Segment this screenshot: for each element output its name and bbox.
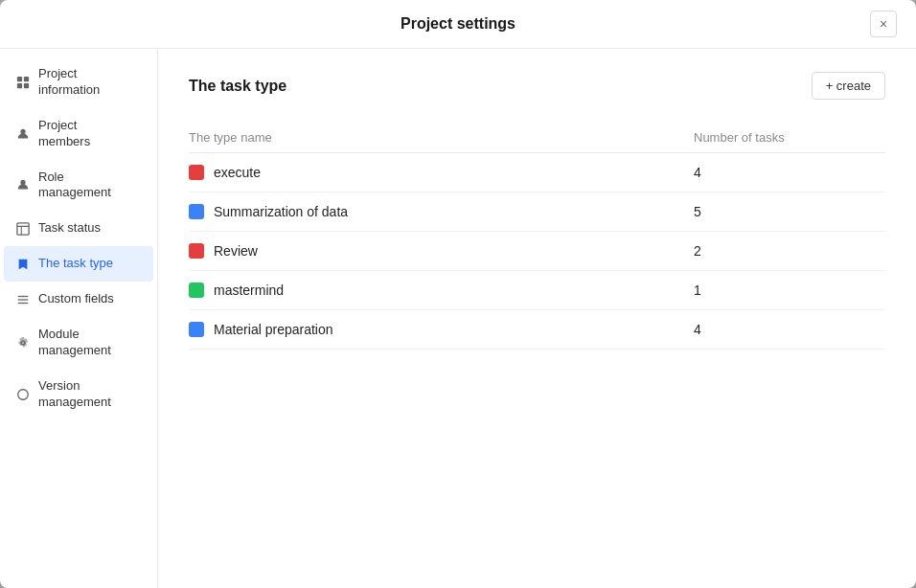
- sidebar: Project informationProject membersRole m…: [0, 49, 158, 588]
- type-color-indicator: [189, 243, 204, 259]
- gear-icon: [15, 335, 31, 351]
- sidebar-item-label-module-management: Module management: [38, 327, 111, 359]
- svg-rect-3: [24, 83, 29, 88]
- type-name: mastermind: [214, 283, 284, 298]
- col-name-header: The type name: [189, 130, 694, 145]
- row-task-count: 4: [694, 165, 885, 180]
- sidebar-item-label-custom-fields: Custom fields: [38, 291, 114, 307]
- svg-point-12: [18, 389, 29, 399]
- list-icon: [15, 292, 31, 307]
- sidebar-item-label-project-information: Project information: [38, 66, 100, 99]
- sidebar-item-task-status[interactable]: Task status: [0, 211, 157, 246]
- row-task-count: 5: [694, 204, 885, 219]
- person-icon: [15, 126, 31, 142]
- type-name: Review: [214, 243, 258, 259]
- row-task-count: 1: [694, 283, 885, 298]
- modal-backdrop: Project settings × Project informationPr…: [0, 0, 916, 588]
- col-tasks-header: Number of tasks: [694, 130, 885, 145]
- table-row[interactable]: execute4: [189, 153, 885, 192]
- svg-rect-0: [17, 77, 22, 81]
- table-icon: [15, 221, 31, 237]
- row-name: Review: [189, 243, 694, 259]
- table-row[interactable]: Summarization of data5: [189, 192, 885, 232]
- sidebar-item-role-management[interactable]: Role management: [0, 160, 157, 212]
- task-type-table: The type name Number of tasks execute4Su…: [189, 123, 885, 350]
- row-name: execute: [189, 165, 694, 180]
- table-row[interactable]: Material preparation4: [189, 310, 885, 350]
- type-color-indicator: [189, 204, 204, 219]
- type-color-indicator: [189, 165, 204, 180]
- create-button[interactable]: + create: [812, 72, 885, 100]
- content-title: The task type: [189, 78, 286, 95]
- row-task-count: 4: [694, 322, 885, 337]
- content-header: The task type + create: [189, 72, 885, 100]
- sidebar-item-label-task-status: Task status: [38, 220, 101, 237]
- table-header: The type name Number of tasks: [189, 123, 885, 153]
- sidebar-item-label-version-management: Version management: [38, 378, 111, 411]
- table-rows-container: execute4Summarization of data5Review2mas…: [189, 153, 885, 350]
- modal-title: Project settings: [401, 15, 515, 33]
- sidebar-item-the-task-type[interactable]: The task type: [4, 246, 153, 282]
- sidebar-item-custom-fields[interactable]: Custom fields: [0, 282, 157, 317]
- sidebar-item-module-management[interactable]: Module management: [0, 317, 157, 369]
- modal: Project settings × Project informationPr…: [0, 0, 916, 588]
- sidebar-item-project-members[interactable]: Project members: [0, 108, 157, 160]
- svg-rect-2: [17, 83, 22, 88]
- table-row[interactable]: Review2: [189, 232, 885, 271]
- row-name: Summarization of data: [189, 204, 694, 219]
- type-name: Summarization of data: [214, 204, 348, 219]
- row-name: mastermind: [189, 283, 694, 298]
- sidebar-item-label-project-members: Project members: [38, 118, 90, 150]
- modal-header: Project settings ×: [0, 0, 916, 49]
- svg-rect-6: [17, 223, 29, 235]
- main-content: The task type + create The type name Num…: [158, 49, 916, 588]
- sidebar-item-project-information[interactable]: Project information: [0, 57, 157, 108]
- circle-icon: [15, 387, 31, 402]
- sidebar-item-label-the-task-type: The task type: [38, 256, 113, 272]
- type-name: execute: [214, 165, 261, 180]
- type-color-indicator: [189, 322, 204, 337]
- bookmark-icon: [15, 257, 31, 272]
- table-row[interactable]: mastermind1: [189, 271, 885, 310]
- row-name: Material preparation: [189, 322, 694, 337]
- type-color-indicator: [189, 283, 204, 298]
- svg-rect-1: [24, 77, 29, 81]
- close-button[interactable]: ×: [870, 11, 897, 37]
- sidebar-item-version-management[interactable]: Version management: [0, 369, 157, 420]
- modal-body: Project informationProject membersRole m…: [0, 49, 916, 588]
- sidebar-item-label-role-management: Role management: [38, 170, 111, 202]
- type-name: Material preparation: [214, 322, 333, 337]
- row-task-count: 2: [694, 243, 885, 259]
- grid-icon: [15, 75, 31, 90]
- person-icon: [15, 177, 31, 192]
